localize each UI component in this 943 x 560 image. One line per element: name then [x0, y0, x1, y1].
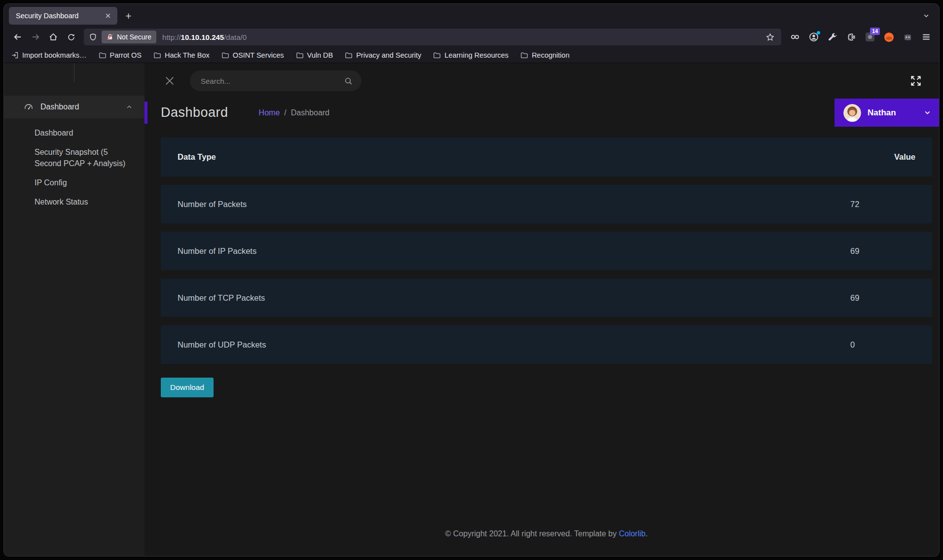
list-all-tabs-button[interactable]: [919, 9, 933, 23]
import-bookmarks-button[interactable]: Import bookmarks…: [11, 51, 87, 59]
url-scheme: http://: [162, 33, 181, 41]
extension-with-badge-button[interactable]: 14: [863, 30, 877, 44]
bookmark-star-button[interactable]: [763, 31, 776, 43]
plus-icon: [125, 12, 132, 20]
import-bookmarks-label: Import bookmarks…: [22, 51, 87, 59]
footer-suffix: .: [646, 529, 648, 538]
page-title: Dashboard: [161, 105, 228, 120]
fullscreen-button[interactable]: [908, 73, 923, 88]
extension-square-dot: [868, 35, 872, 39]
sidebar-item-security-snapshot[interactable]: Security Snapshot (5 Second PCAP + Analy…: [35, 146, 132, 169]
sidebar-item-network-status[interactable]: Network Status: [35, 196, 132, 208]
tab-close-button[interactable]: [103, 11, 113, 21]
not-secure-chip[interactable]: Not Secure: [102, 31, 156, 43]
sidebar-section-dashboard[interactable]: Dashboard: [4, 96, 145, 118]
breadcrumb-current: Dashboard: [291, 108, 329, 117]
table-row: Number of Packets 72: [161, 185, 932, 223]
url-host: 10.10.10.245: [181, 33, 224, 41]
bookmark-folder-privacy-and-security[interactable]: Privacy and Security: [345, 51, 421, 59]
sidebar-item-dashboard[interactable]: Dashboard: [35, 127, 132, 139]
browser-tab[interactable]: Security Dashboard: [9, 7, 117, 25]
table-row: Number of TCP Packets 69: [161, 279, 932, 317]
hamburger-menu-icon: [922, 33, 931, 41]
robot-extension-icon: [903, 33, 912, 42]
folder-icon: [99, 51, 107, 59]
user-menu[interactable]: Nathan: [834, 99, 939, 127]
row-data-type: Number of IP Packets: [178, 246, 850, 256]
download-button[interactable]: Download: [161, 378, 214, 397]
new-tab-button[interactable]: [121, 9, 135, 23]
footer-text: © Copyright 2021. All right reserved. Te…: [445, 529, 619, 538]
puzzle-icon: [847, 33, 856, 42]
close-x-icon: [164, 75, 175, 86]
sidebar: Dashboard Dashboard Security Snapshot (5…: [4, 63, 145, 556]
table-row: Number of IP Packets 69: [161, 232, 932, 270]
sidebar-toggle-button[interactable]: [163, 74, 176, 87]
avatar: [843, 104, 861, 122]
bookmark-folder-vuln-db[interactable]: Vuln DB: [296, 51, 333, 59]
bookmark-label: Parrot OS: [110, 51, 142, 59]
extensions-puzzle-button[interactable]: [844, 30, 858, 44]
fox-icon: [884, 33, 894, 42]
account-button[interactable]: [807, 30, 821, 44]
back-arrow-icon: [13, 33, 22, 41]
browser-window: Security Dashboard: [4, 4, 939, 556]
reload-button[interactable]: [63, 30, 79, 44]
toolbar-extensions: 14: [788, 30, 933, 44]
back-button[interactable]: [10, 30, 26, 44]
url-path: /data/0: [224, 33, 247, 41]
search-box[interactable]: [190, 70, 362, 91]
wrench-extension-button[interactable]: [826, 30, 839, 44]
bookmark-folder-hack-the-box[interactable]: Hack The Box: [153, 51, 210, 59]
extra-extension-button[interactable]: [901, 30, 914, 44]
wrench-icon: [828, 33, 837, 42]
folder-icon: [345, 51, 353, 59]
bookmark-label: Vuln DB: [307, 51, 333, 59]
fullscreen-expand-icon: [909, 74, 922, 87]
app-menu-button[interactable]: [919, 30, 933, 44]
row-value: 69: [850, 293, 915, 303]
forward-button[interactable]: [28, 30, 43, 44]
home-button[interactable]: [45, 30, 61, 44]
sidebar-section-label: Dashboard: [40, 103, 119, 111]
home-icon: [49, 33, 58, 41]
bookmark-folder-parrot-os[interactable]: Parrot OS: [99, 51, 142, 59]
dashboard-body: Data Type Value Number of Packets 72 Num…: [145, 127, 939, 556]
account-notification-dot: [817, 31, 820, 35]
page-content: Dashboard Dashboard Security Snapshot (5…: [4, 63, 939, 556]
bookmark-label: Recognition: [532, 51, 570, 59]
folder-icon: [153, 51, 161, 59]
bookmark-folder-recognition[interactable]: Recognition: [520, 51, 570, 59]
row-data-type: Number of TCP Packets: [178, 293, 850, 303]
url-bar[interactable]: Not Secure http://10.10.10.245/data/0: [84, 29, 781, 45]
insecure-lock-icon: [107, 34, 113, 40]
extension-count-badge: 14: [870, 28, 880, 35]
chevron-down-icon: [923, 12, 930, 19]
search-icon: [344, 77, 353, 85]
tracking-protection-shield-icon[interactable]: [89, 33, 97, 41]
close-icon: [105, 13, 111, 19]
sidebar-top-divider: [74, 63, 74, 82]
search-input[interactable]: [201, 77, 344, 85]
speedometer-icon: [24, 102, 34, 112]
infinity-extension-button[interactable]: [788, 30, 802, 44]
breadcrumb-home-link[interactable]: Home: [259, 108, 280, 117]
search-button[interactable]: [344, 77, 353, 85]
bookmarks-toolbar: Import bookmarks… Parrot OS Hack The Box…: [4, 47, 939, 63]
sidebar-submenu: Dashboard Security Snapshot (5 Second PC…: [4, 118, 145, 215]
bookmark-label: Privacy and Security: [356, 51, 421, 59]
folder-icon: [520, 51, 528, 59]
bookmark-folder-learning-resources[interactable]: Learning Resources: [433, 51, 508, 59]
foxyproxy-button[interactable]: [882, 30, 896, 44]
folder-icon: [433, 51, 441, 59]
folder-icon: [296, 51, 304, 59]
tab-title: Security Dashboard: [16, 12, 103, 20]
colorlib-link[interactable]: Colorlib: [619, 529, 646, 538]
bookmark-label: OSINT Services: [233, 51, 284, 59]
bookmark-label: Hack The Box: [165, 51, 210, 59]
sidebar-item-ip-config[interactable]: IP Config: [35, 177, 132, 188]
bookmark-folder-osint-services[interactable]: OSINT Services: [221, 51, 284, 59]
star-icon: [766, 33, 774, 41]
infinity-icon: [790, 32, 800, 42]
row-value: 0: [850, 340, 915, 350]
